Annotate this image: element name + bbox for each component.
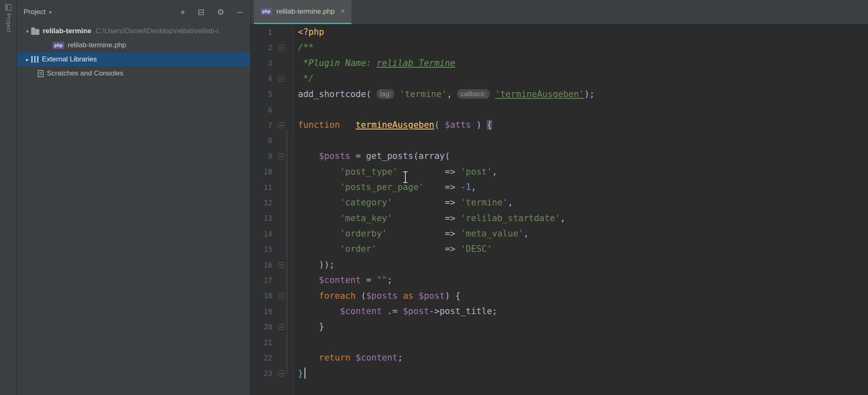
gutter-line: 16− (251, 257, 294, 273)
line-number: 20 (251, 323, 272, 331)
fold-scope-line (287, 131, 287, 374)
gutter-line: 20− (251, 319, 294, 334)
chevron-down-icon: ▾ (49, 9, 52, 15)
collapse-all-icon[interactable]: ⊟ (197, 8, 205, 16)
hide-panel-icon[interactable]: ─ (237, 8, 243, 16)
line-number: 11 (251, 183, 272, 192)
line-number: 15 (251, 245, 272, 254)
scratches-icon (38, 70, 44, 77)
tree-item-label: External Libraries (42, 55, 97, 63)
folder-icon (31, 29, 39, 35)
panel-toolbar: ⌖ ⊟ ⚙ ─ (180, 8, 243, 16)
code-line (298, 335, 868, 350)
chevron-expanded-icon[interactable]: ▾ (24, 28, 31, 34)
code-line: )); (298, 257, 868, 273)
line-number: 5 (251, 90, 272, 98)
gutter-line: 13 (251, 211, 294, 226)
gutter-line: 2− (251, 40, 294, 55)
tree-row-external-libraries[interactable]: ▸ External Libraries (17, 52, 250, 66)
locate-file-icon[interactable]: ⌖ (180, 8, 185, 16)
line-number: 17 (251, 276, 272, 285)
php-file-icon: php (261, 8, 272, 15)
code-line: foreach ($posts as $post) { (298, 288, 868, 304)
gutter-line: 9− (251, 149, 294, 164)
line-number: 6 (251, 106, 272, 114)
code-line: 'posts_per_page' => -1, (298, 180, 868, 195)
gutter-line: 23− (251, 366, 294, 381)
project-path: C:\Users\Daniel\Desktop\relilab\relilab-… (95, 27, 219, 35)
code-editor: 12−34−567−89−10111213141516−1718−1920−21… (251, 24, 868, 395)
line-number: 10 (251, 168, 272, 176)
code-text-area[interactable]: <?php/** *Plugin Name: relilab Termine *… (294, 24, 868, 395)
editor-area: php relilab-termine.php × 12−34−567−89−1… (251, 0, 868, 395)
code-line: 'orderby' => 'meta_value', (298, 226, 868, 241)
line-number: 3 (251, 59, 272, 67)
gutter-line: 4− (251, 71, 294, 86)
project-tool-window-button[interactable]: Project (4, 13, 12, 33)
gutter-line: 19 (251, 304, 294, 319)
tree-item-label: relilab-termine (43, 27, 91, 35)
project-view-selector[interactable]: Project ▾ (24, 8, 51, 16)
fold-marker-icon[interactable]: − (278, 45, 284, 51)
line-number: 19 (251, 307, 272, 316)
code-line: } (298, 319, 868, 334)
fold-marker-icon[interactable]: − (278, 76, 284, 82)
fold-marker-icon[interactable]: − (278, 371, 284, 376)
code-line: */ (298, 71, 868, 86)
fold-marker-icon[interactable]: − (278, 324, 284, 330)
close-icon[interactable]: × (341, 7, 345, 16)
editor-tab-bar: php relilab-termine.php × (251, 0, 868, 24)
tree-item-label: relilab-termine.php (68, 41, 126, 49)
code-line: function termineAusgeben( $atts ) { (298, 117, 868, 133)
settings-gear-icon[interactable]: ⚙ (217, 8, 224, 16)
tree-row-php-file[interactable]: php relilab-termine.php (17, 38, 250, 52)
gutter-line: 17 (251, 273, 294, 288)
project-panel-header: Project ▾ ⌖ ⊟ ⚙ ─ (17, 0, 250, 24)
gutter-line: 12 (251, 195, 294, 210)
gutter-line: 10 (251, 164, 294, 180)
code-line: /** (298, 40, 868, 55)
line-number: 1 (251, 28, 272, 37)
tree-row-scratches[interactable]: Scratches and Consoles (17, 66, 250, 80)
code-line: 'post_type' => 'post', (298, 164, 868, 180)
code-line (298, 102, 868, 117)
gutter-line: 11 (251, 180, 294, 195)
code-line (298, 133, 868, 149)
code-line: $content = ""; (298, 273, 868, 288)
tool-window-stripe-icon[interactable] (5, 4, 12, 11)
code-line: 'category' => 'termine', (298, 195, 868, 210)
gutter-line: 14 (251, 226, 294, 241)
code-line: $posts = get_posts(array( (298, 149, 868, 164)
code-line: $content .= $post->post_title; (298, 304, 868, 319)
code-line: *Plugin Name: relilab Termine (298, 56, 868, 71)
project-tree: ▾ relilab-termine C:\Users\Daniel\Deskto… (17, 24, 250, 80)
gutter-line: 21 (251, 335, 294, 350)
fold-marker-icon[interactable]: − (278, 122, 284, 128)
gutter-line: 7− (251, 117, 294, 133)
ide-window: Project Project ▾ ⌖ ⊟ ⚙ ─ ▾ relilab-term… (0, 0, 868, 395)
gutter-line: 8 (251, 133, 294, 149)
code-line: <?php (298, 24, 868, 40)
code-line: } (298, 366, 868, 381)
line-number: 21 (251, 339, 272, 347)
library-icon (31, 56, 39, 63)
line-number: 2 (251, 44, 272, 52)
gutter-line: 15 (251, 241, 294, 257)
chevron-collapsed-icon[interactable]: ▸ (24, 56, 31, 63)
line-number: 13 (251, 214, 272, 222)
fold-marker-icon[interactable]: − (278, 293, 284, 299)
code-line: 'meta_key' => 'relilab_startdate', (298, 211, 868, 226)
panel-title: Project (24, 8, 46, 16)
fold-marker-icon[interactable]: − (278, 262, 284, 268)
editor-tab-active[interactable]: php relilab-termine.php × (254, 0, 351, 24)
line-number: 18 (251, 292, 272, 300)
tree-item-label: Scratches and Consoles (47, 69, 123, 78)
line-number: 23 (251, 369, 272, 378)
activity-bar: Project (0, 0, 17, 395)
fold-marker-icon[interactable]: − (278, 154, 284, 159)
tree-row-project-root[interactable]: ▾ relilab-termine C:\Users\Daniel\Deskto… (17, 24, 250, 38)
code-line: return $content; (298, 350, 868, 366)
line-number: 4 (251, 75, 272, 83)
tab-label: relilab-termine.php (276, 7, 335, 16)
php-file-icon: php (53, 42, 64, 49)
